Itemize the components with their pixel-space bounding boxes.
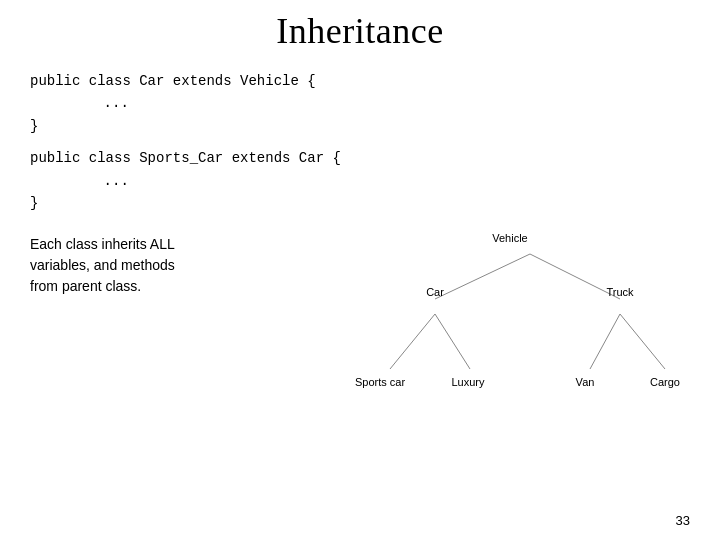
svg-line-4 [590,314,620,369]
bottom-section: Each class inherits ALL variables, and m… [30,224,690,413]
description-text: Each class inherits ALL variables, and m… [30,234,240,297]
node-vehicle: Vehicle [492,232,527,244]
svg-line-3 [435,314,470,369]
svg-line-2 [390,314,435,369]
code-line-2-2: ... [30,170,690,192]
svg-line-5 [620,314,665,369]
code-line-2-3: } [30,192,690,214]
description-line2: variables, and methods [30,257,175,273]
code-line-1-3: } [30,115,690,137]
node-truck: Truck [606,286,634,298]
node-luxury: Luxury [451,376,485,388]
node-van: Van [576,376,595,388]
slide-title: Inheritance [30,10,690,52]
node-car: Car [426,286,444,298]
description-line1: Each class inherits ALL [30,236,175,252]
node-sportscar: Sports car [355,376,405,388]
node-cargo: Cargo [650,376,680,388]
description-line3: from parent class. [30,278,141,294]
inheritance-diagram: Vehicle Car Truck Sports car Luxury Van … [250,224,690,413]
page-number: 33 [676,513,690,528]
svg-line-0 [435,254,530,299]
code-line-2-1: public class Sports_Car extends Car { [30,147,690,169]
slide-page: Inheritance public class Car extends Veh… [0,0,720,540]
code-line-1-1: public class Car extends Vehicle { [30,70,690,92]
code-block-1: public class Car extends Vehicle { ... } [30,70,690,137]
code-line-1-2: ... [30,92,690,114]
code-block-2: public class Sports_Car extends Car { ..… [30,147,690,214]
